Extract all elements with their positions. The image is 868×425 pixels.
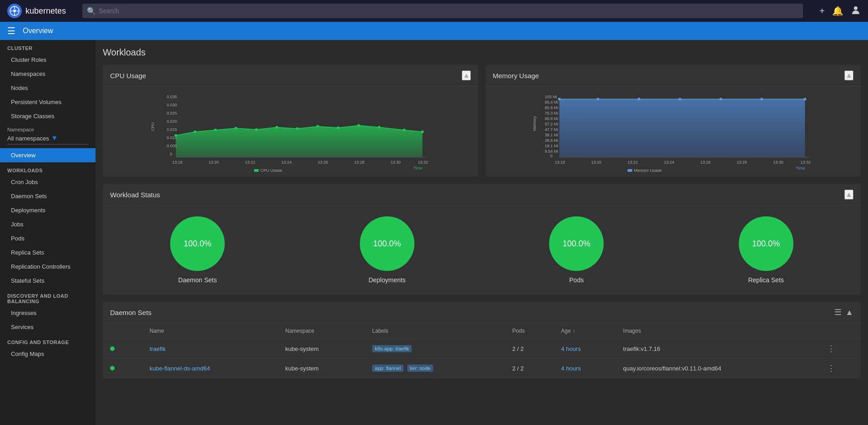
col-labels: Labels	[365, 323, 505, 339]
svg-point-62	[804, 98, 807, 100]
svg-text:0.020: 0.020	[167, 119, 177, 124]
row2-menu: ⋮	[820, 359, 861, 378]
cpu-chart-svg: 0.035 0.030 0.025 0.020 0.015 0.010 0.00…	[106, 90, 474, 172]
col-age[interactable]: Age↑	[554, 323, 616, 339]
svg-text:13:28: 13:28	[354, 160, 365, 165]
row1-name: traefik	[142, 339, 278, 359]
deployments-status: 100.0% Deployments	[360, 216, 414, 284]
sidebar-item-pods[interactable]: Pods	[0, 231, 96, 245]
memory-chart-title: Memory Usage	[493, 72, 539, 80]
deployments-label: Deployments	[368, 276, 406, 284]
search-input[interactable]	[82, 4, 803, 18]
table-header-row: Name Namespace Labels Pods Age↑ Images	[103, 323, 861, 339]
workload-status-header: Workload Status ▲	[103, 184, 861, 205]
row1-status	[103, 339, 142, 359]
pods-status: 100.0% Pods	[549, 216, 604, 284]
svg-point-25	[337, 126, 340, 129]
row2-menu-button[interactable]: ⋮	[827, 363, 835, 373]
cpu-chart-header: CPU Usage ▲	[103, 65, 478, 86]
cpu-chart-collapse-button[interactable]: ▲	[462, 70, 471, 80]
workload-status-collapse-button[interactable]: ▲	[844, 190, 853, 200]
sidebar-item-nodes[interactable]: Nodes	[0, 81, 96, 95]
sidebar-item-deployments[interactable]: Deployments	[0, 203, 96, 217]
config-section-label: Config and Storage	[0, 334, 96, 347]
daemon-sets-table-card: Daemon Sets ☰ ▲ Name Namespace Labels Po…	[103, 302, 861, 378]
row1-name-link[interactable]: traefik	[150, 345, 166, 352]
table-row: traefik kube-system k8s-app: traefik 2 /…	[103, 339, 861, 359]
sidebar-item-services[interactable]: Services	[0, 320, 96, 334]
svg-text:13:18: 13:18	[555, 160, 565, 165]
sidebar-item-storage-classes[interactable]: Storage Classes	[0, 109, 96, 123]
row1-age-link[interactable]: 4 hours	[561, 345, 580, 352]
sidebar-item-replica-sets[interactable]: Replica Sets	[0, 245, 96, 260]
svg-point-28	[403, 129, 406, 131]
svg-text:13:32: 13:32	[801, 160, 811, 165]
svg-point-23	[296, 127, 299, 130]
svg-point-56	[558, 98, 561, 100]
memory-chart-body: 105 Mi 95.4 Mi 85.8 Mi 76.3 Mi 66.8 Mi 5…	[485, 86, 861, 177]
sidebar-item-overview[interactable]: Overview	[0, 148, 96, 162]
row2-name: kube-flannel-ds-amd64	[142, 359, 278, 378]
sidebar-item-config-maps[interactable]: Config Maps	[0, 347, 96, 361]
svg-point-22	[276, 126, 278, 129]
memory-chart-header: Memory Usage ▲	[485, 65, 861, 86]
row2-age-link[interactable]: 4 hours	[561, 365, 580, 372]
svg-point-20	[235, 127, 237, 130]
svg-point-18	[194, 130, 197, 133]
sidebar-item-persistent-volumes[interactable]: Persistent Volumes	[0, 95, 96, 109]
sidebar-item-namespaces[interactable]: Namespaces	[0, 67, 96, 81]
row2-pods: 2 / 2	[505, 359, 554, 378]
table-collapse-button[interactable]: ▲	[845, 307, 853, 317]
workload-status-circles: 100.0% Daemon Sets 100.0% Deployments 10…	[103, 205, 861, 295]
svg-point-21	[255, 128, 258, 131]
svg-text:13:22: 13:22	[628, 160, 638, 165]
topbar-actions: + 🔔	[819, 5, 861, 17]
memory-chart-collapse-button[interactable]: ▲	[844, 70, 853, 80]
sidebar-item-cluster-roles[interactable]: Cluster Roles	[0, 53, 96, 67]
hamburger-icon[interactable]: ☰	[7, 25, 15, 36]
notifications-button[interactable]: 🔔	[832, 5, 843, 16]
sidebar-item-daemon-sets[interactable]: Daemon Sets	[0, 189, 96, 203]
search-icon: 🔍	[87, 7, 96, 15]
sidebar-item-jobs[interactable]: Jobs	[0, 217, 96, 231]
sidebar-item-stateful-sets[interactable]: Stateful Sets	[0, 274, 96, 288]
sidebar-item-cron-jobs[interactable]: Cron Jobs	[0, 175, 96, 189]
row2-labels: app: flannel tier: node	[365, 359, 505, 378]
col-pods: Pods	[505, 323, 554, 339]
row2-name-link[interactable]: kube-flannel-ds-amd64	[150, 365, 210, 372]
svg-text:13:30: 13:30	[391, 160, 401, 165]
svg-text:13:26: 13:26	[318, 160, 328, 165]
cpu-chart-title: CPU Usage	[110, 72, 146, 80]
memory-chart-svg: 105 Mi 95.4 Mi 85.8 Mi 76.3 Mi 66.8 Mi 5…	[489, 90, 857, 172]
svg-text:13:26: 13:26	[701, 160, 711, 165]
sidebar-item-replication-controllers[interactable]: Replication Controllers	[0, 260, 96, 274]
daemon-sets-table-title: Daemon Sets	[110, 309, 151, 316]
table-filter-button[interactable]: ☰	[834, 307, 842, 317]
pods-label: Pods	[569, 276, 584, 284]
namespace-label: Namespace	[7, 127, 88, 132]
svg-point-29	[421, 130, 424, 133]
user-button[interactable]	[851, 5, 861, 17]
search-bar[interactable]: 🔍	[82, 4, 803, 18]
svg-text:57.2 Mi: 57.2 Mi	[545, 122, 559, 126]
charts-row: CPU Usage ▲ 0.035 0.030 0.025 0.020 0.01…	[103, 65, 861, 177]
daemon-sets-table: Name Namespace Labels Pods Age↑ Images t…	[103, 323, 861, 378]
col-images: Images	[616, 323, 820, 339]
svg-text:28.6 Mi: 28.6 Mi	[545, 138, 559, 143]
workload-status-card: Workload Status ▲ 100.0% Daemon Sets 100…	[103, 184, 861, 295]
svg-point-57	[597, 98, 600, 100]
svg-text:13:24: 13:24	[282, 160, 292, 165]
sidebar-item-ingresses[interactable]: Ingresses	[0, 306, 96, 320]
svg-text:CPU: CPU	[151, 122, 155, 131]
add-button[interactable]: +	[819, 6, 825, 16]
svg-text:13:30: 13:30	[773, 160, 784, 165]
svg-text:13:20: 13:20	[209, 160, 219, 165]
svg-text:CPU Usage: CPU Usage	[261, 168, 283, 172]
svg-text:13:28: 13:28	[737, 160, 747, 165]
col-namespace: Namespace	[278, 323, 365, 339]
row1-menu-button[interactable]: ⋮	[827, 344, 835, 354]
deployments-percent: 100.0%	[373, 239, 401, 249]
row2-age: 4 hours	[554, 359, 616, 378]
namespace-select[interactable]: All namespaces ▼	[7, 134, 88, 145]
row2-status	[103, 359, 142, 378]
